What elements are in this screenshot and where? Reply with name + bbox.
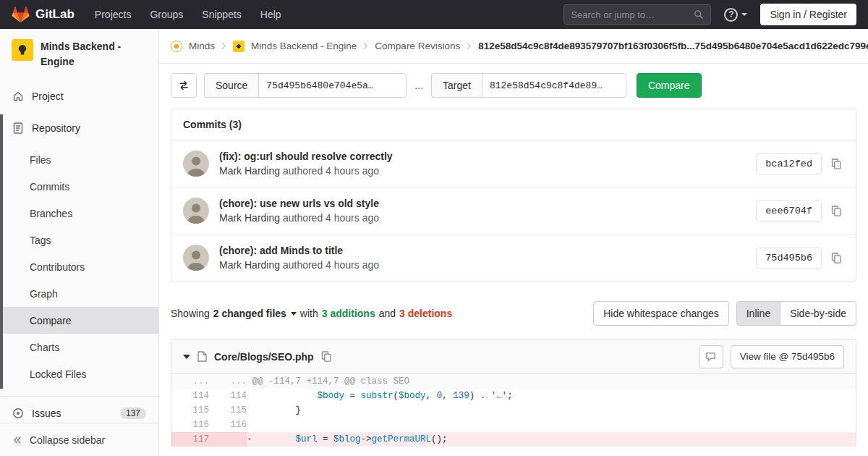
commit-author-link[interactable]: Mark Harding	[219, 212, 280, 224]
new-line-number[interactable]: 116	[209, 418, 247, 432]
old-line-number[interactable]: 115	[171, 403, 209, 418]
commits-panel: Commits (3) (fix): og:url should resolve…	[171, 109, 856, 282]
gitlab-home-link[interactable]: GitLab	[12, 6, 75, 23]
copy-sha-button[interactable]	[828, 250, 844, 266]
diff-removed-line-row: 117 - $url = $blog->getPermaURL();	[171, 432, 856, 447]
copy-icon	[831, 206, 841, 216]
commit-sha-link[interactable]: 75d495b6	[756, 248, 822, 269]
nav-snippets[interactable]: Snippets	[202, 9, 241, 20]
copy-file-path-button[interactable]	[321, 351, 331, 362]
repository-icon	[12, 122, 24, 134]
breadcrumb-page[interactable]: Compare Revisions	[375, 41, 460, 51]
commit-sha-link[interactable]: eee6704f	[756, 200, 822, 221]
project-sidebar: Minds Backend - Engine Project Repositor…	[0, 29, 159, 456]
issues-count-badge: 137	[120, 408, 146, 419]
showing-text: Showing	[171, 308, 210, 319]
commit-info: (chore): use new urls vs old style Mark …	[219, 198, 379, 224]
comment-button[interactable]	[699, 345, 723, 368]
new-line-number[interactable]: 115	[209, 403, 247, 418]
sidebar-divider	[0, 396, 158, 397]
file-name-link[interactable]: Core/Blogs/SEO.php	[214, 351, 314, 363]
author-avatar[interactable]	[183, 245, 209, 271]
global-search[interactable]	[563, 4, 711, 25]
nav-projects[interactable]: Projects	[95, 9, 132, 20]
sidebar-item-label: Repository	[32, 122, 80, 134]
commit-info: (fix): og:url should resolve correctly M…	[219, 151, 393, 177]
sign-in-button[interactable]: Sign in / Register	[760, 4, 856, 25]
brand-wordmark: GitLab	[35, 7, 75, 22]
project-crumb-avatar	[233, 41, 244, 52]
issues-icon	[12, 408, 24, 419]
old-line-number[interactable]: 116	[171, 418, 209, 432]
commit-author-link[interactable]: Mark Harding	[219, 259, 280, 271]
sidebar-item-commits[interactable]: Commits	[0, 173, 158, 200]
old-line-number[interactable]: 114	[171, 389, 209, 403]
old-line-number[interactable]: 117	[171, 432, 209, 447]
swap-revisions-button[interactable]	[171, 73, 197, 98]
commit-row: (chore): add Minds to title Mark Harding…	[171, 235, 856, 281]
project-avatar	[12, 39, 33, 61]
sidebar-item-repository[interactable]: Repository	[0, 114, 158, 142]
sidebar-item-compare[interactable]: Compare	[0, 307, 158, 334]
commit-title-link[interactable]: (fix): og:url should resolve correctly	[219, 151, 393, 162]
file-actions: View file @ 75d495b6	[699, 345, 844, 368]
view-file-button[interactable]: View file @ 75d495b6	[731, 345, 844, 368]
copy-sha-button[interactable]	[828, 203, 844, 219]
changed-files-dropdown[interactable]: 2 changed files	[213, 308, 297, 319]
sidebar-item-files[interactable]: Files	[0, 146, 158, 173]
source-input-group: Source	[204, 73, 407, 98]
top-navbar: GitLab Projects Groups Snippets Help ? S…	[0, 0, 868, 29]
copy-sha-button[interactable]	[828, 156, 844, 172]
new-line-number[interactable]	[209, 432, 247, 447]
commit-sha-link[interactable]: bca12fed	[756, 153, 822, 174]
diff-file-header: Core/Blogs/SEO.php View file @ 75d495b6	[171, 339, 856, 374]
with-text: with	[300, 308, 318, 319]
hide-whitespace-button[interactable]: Hide whitespace changes	[593, 301, 729, 326]
commit-title-link[interactable]: (chore): use new urls vs old style	[219, 198, 379, 209]
breadcrumb-current-range: 812e58d54c9c8f4de893579707bf163f0306f5fb…	[478, 41, 868, 51]
search-icon	[694, 9, 704, 20]
author-avatar[interactable]	[183, 151, 209, 177]
sidebar-item-tags[interactable]: Tags	[0, 227, 158, 253]
diff-line-code: $body = substr($body, 0, 139) . '…';	[247, 389, 856, 403]
collapse-sidebar-button[interactable]: Collapse sidebar	[0, 423, 158, 456]
commit-title-link[interactable]: (chore): add Minds to title	[219, 245, 379, 256]
diff-view-controls: Hide whitespace changes Inline Side-by-s…	[593, 301, 856, 326]
nav-groups[interactable]: Groups	[150, 9, 183, 20]
sidebar-item-contributors[interactable]: Contributors	[0, 253, 158, 280]
collapse-file-caret-icon[interactable]	[183, 355, 190, 359]
copy-icon	[831, 253, 841, 263]
nav-help[interactable]: Help	[260, 9, 281, 20]
sidebar-item-branches[interactable]: Branches	[0, 200, 158, 227]
source-ref-input[interactable]	[258, 73, 407, 98]
copy-icon	[831, 159, 841, 169]
new-line-number[interactable]: 114	[209, 389, 247, 403]
sidebar-project-context[interactable]: Minds Backend - Engine	[0, 29, 158, 77]
breadcrumb-project[interactable]: Minds Backend - Engine	[251, 41, 357, 51]
author-avatar[interactable]	[183, 198, 209, 224]
double-chevron-left-icon	[12, 435, 22, 445]
side-by-side-view-button[interactable]: Side-by-side	[780, 301, 856, 326]
breadcrumb-group[interactable]: Minds	[189, 41, 215, 51]
compare-button[interactable]: Compare	[637, 73, 702, 98]
help-dropdown[interactable]: ?	[724, 8, 747, 22]
search-input[interactable]	[571, 9, 689, 20]
old-line-number: ...	[171, 374, 209, 389]
deletions-count: 3 deletions	[399, 308, 452, 319]
new-line-number: ...	[209, 374, 247, 389]
diff-line-code: }	[247, 403, 856, 418]
chevron-right-icon	[221, 42, 226, 50]
primary-nav: Projects Groups Snippets Help	[95, 9, 281, 20]
sidebar-item-charts[interactable]: Charts	[0, 334, 158, 360]
inline-view-button[interactable]: Inline	[736, 301, 780, 326]
commit-author-link[interactable]: Mark Harding	[219, 165, 280, 177]
target-ref-input[interactable]	[482, 73, 626, 98]
diff-line-code: - $url = $blog->getPermaURL();	[247, 432, 856, 447]
commit-row: (fix): og:url should resolve correctly M…	[171, 140, 856, 187]
sidebar-item-graph[interactable]: Graph	[0, 280, 158, 307]
sidebar-item-project[interactable]: Project	[0, 83, 158, 110]
source-label: Source	[204, 73, 258, 98]
active-section-indicator	[0, 114, 3, 389]
commit-authored-text: authored 4 hours ago	[283, 165, 379, 177]
sidebar-item-locked-files[interactable]: Locked Files	[0, 360, 158, 387]
